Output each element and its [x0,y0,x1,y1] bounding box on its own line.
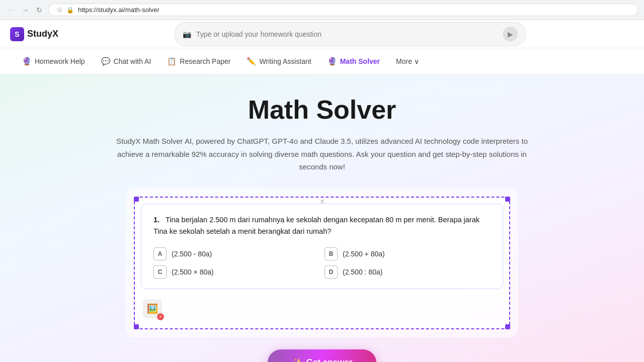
nav-label-writing: Writing Assistant [259,57,311,65]
wand-icon: ✨ [292,357,302,362]
app-header: S StudyX 📷 ▶ [0,20,644,48]
resize-handle-bl[interactable] [134,324,139,329]
question-card: ⠿ 1. Tina berjalan 2.500 m dari rumahnya… [141,204,503,289]
get-answer-label: Get answer [306,357,353,362]
option-c: C (2.500 × 80a) [153,265,319,279]
reload-button[interactable]: ↻ [34,5,44,15]
nav-item-writing-assistant[interactable]: ✏️ Writing Assistant [239,53,318,70]
option-badge-c: C [153,265,167,279]
nav-label-homework: Homework Help [35,57,85,65]
question-text: 1. Tina berjalan 2.500 m dari rumahnya k… [153,214,491,237]
resize-handle-tr[interactable] [505,197,510,202]
back-button[interactable]: ← [6,5,16,15]
resize-handle-top[interactable]: ⠿ [318,200,326,204]
send-icon: ▶ [508,30,513,38]
upload-container: ⠿ 1. Tina berjalan 2.500 m dari rumahnya… [126,189,518,337]
page-description: StudyX Math Solver AI, powered by ChatGP… [116,135,528,173]
question-number: 1. [153,216,159,224]
option-badge-a: A [153,247,167,260]
address-bar[interactable]: ☉ 🔒 https://studyx.ai/math-solver [48,4,638,16]
chat-icon: 💬 [101,57,111,66]
camera-icon: 📷 [183,30,191,38]
search-send-button[interactable]: ▶ [503,27,518,42]
resize-handle-tl[interactable] [134,197,139,202]
option-b: B (2.500 + 80a) [325,247,491,260]
nav-item-math-solver[interactable]: 🔮 Math Solver [320,53,387,70]
resize-handle-br[interactable] [505,324,510,329]
nav-more-button[interactable]: More ∨ [389,53,426,69]
more-label: More [396,57,412,65]
option-badge-b: B [325,247,338,260]
option-d: D (2.500 : 80a) [325,265,491,279]
search-input[interactable] [196,30,498,38]
chevron-down-icon: ∨ [414,57,419,65]
homework-icon: 🔮 [22,57,32,66]
main-content: Math Solver StudyX Math Solver AI, power… [0,74,644,362]
nav-item-chat-with-ai[interactable]: 💬 Chat with AI [94,53,158,70]
option-a: A (2.500 - 80a) [153,247,319,260]
logo-text: StudyX [27,29,58,39]
option-badge-d: D [325,265,338,279]
site-shield-icon: ☉ [57,7,62,14]
logo-icon: S [10,27,24,41]
option-text-d: (2.500 : 80a) [343,268,382,276]
forward-button[interactable]: → [20,5,30,15]
research-icon: 📋 [167,57,177,66]
lock-icon: 🔒 [66,7,74,14]
image-upload-badge: + [157,313,164,320]
option-text-a: (2.500 - 80a) [172,250,212,258]
image-icon: 🖼️ [147,303,158,314]
question-body: Tina berjalan 2.500 m dari rumahnya ke s… [153,216,479,235]
options-grid: A (2.500 - 80a) B (2.500 + 80a) C (2.500… [153,247,491,279]
nav-item-research-paper[interactable]: 📋 Research Paper [160,53,237,70]
browser-bar: ← → ↻ ☉ 🔒 https://studyx.ai/math-solver [0,0,644,20]
option-text-c: (2.500 × 80a) [172,268,214,276]
search-bar[interactable]: 📷 ▶ [174,22,526,46]
logo[interactable]: S StudyX [10,27,58,41]
upload-drop-zone[interactable]: ⠿ 1. Tina berjalan 2.500 m dari rumahnya… [134,197,510,329]
nav-label-math: Math Solver [340,57,380,65]
address-text: https://studyx.ai/math-solver [78,6,159,14]
nav-label-chat: Chat with AI [114,57,151,65]
nav-label-research: Research Paper [180,57,230,65]
nav-item-homework-help[interactable]: 🔮 Homework Help [15,53,92,70]
get-answer-button[interactable]: ✨ Get answer [268,349,377,362]
option-text-b: (2.500 + 80a) [343,250,385,258]
page-title: Math Solver [248,95,396,125]
image-upload-icon[interactable]: 🖼️ + [143,299,162,318]
math-icon: 🔮 [328,57,337,66]
image-upload-area[interactable]: 🖼️ + [141,295,503,322]
writing-icon: ✏️ [247,57,256,66]
nav-bar: 🔮 Homework Help 💬 Chat with AI 📋 Researc… [0,48,644,74]
